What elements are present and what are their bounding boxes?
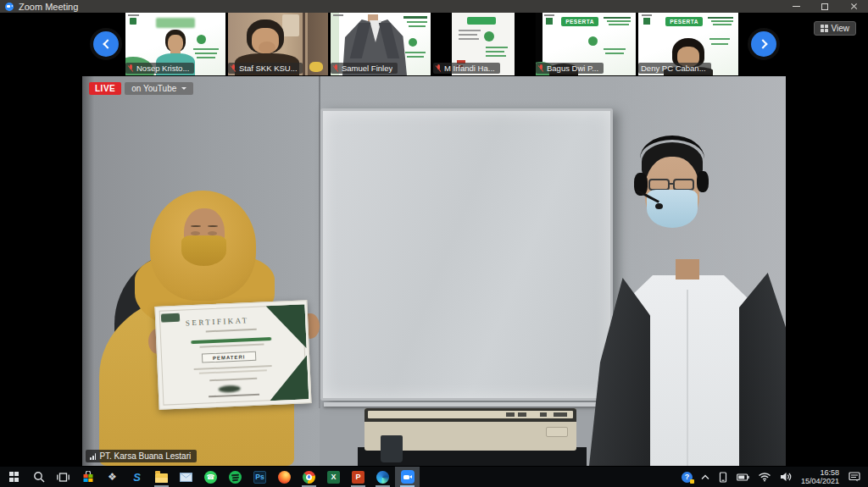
participant-tile[interactable]: PESERTA Bagus Dwi P... — [536, 13, 636, 75]
main-stage: SERTIFIKAT PEMATERI — [0, 75, 868, 467]
muted-mic-icon — [538, 64, 544, 73]
glasses-right-lens — [673, 179, 694, 191]
participant-tile[interactable]: Staf SKK KSU... — [228, 13, 328, 75]
wifi-tray-icon[interactable] — [754, 467, 776, 487]
taskbar-app-icons: ❖ S ☎ Ps X P — [0, 467, 420, 487]
volume-tray-icon[interactable] — [776, 467, 796, 487]
help-question-glyph: ? — [682, 472, 693, 483]
taskbar-clock[interactable]: 16:58 15/04/2021 — [796, 468, 844, 486]
peserta-badge: PESERTA — [561, 17, 598, 26]
powerpoint-p-glyph: P — [352, 471, 364, 484]
headset-mic — [655, 203, 663, 209]
participant-name: Samuel Finley — [342, 64, 392, 73]
woman-face-mask — [181, 235, 226, 266]
wall-shadow-edge — [82, 76, 94, 466]
excel-x-glyph: X — [327, 471, 340, 484]
battery-icon — [737, 473, 749, 481]
muted-mic-icon — [333, 64, 339, 73]
envelope-icon — [180, 473, 192, 482]
s-app-glyph: S — [133, 471, 141, 484]
task-view-button[interactable] — [51, 467, 75, 487]
tray-time: 16:58 — [801, 468, 839, 478]
peserta-badge: PESERTA — [665, 17, 703, 26]
photoshop-icon[interactable]: Ps — [248, 467, 272, 487]
next-participants-button[interactable] — [751, 31, 776, 57]
participant-name: Staf SKK KSU... — [239, 64, 298, 73]
caret-down-icon — [181, 87, 186, 90]
mail-icon[interactable] — [174, 467, 198, 487]
window-title: Zoom Meeting — [19, 2, 78, 12]
whatsapp-icon[interactable]: ☎ — [198, 467, 223, 487]
participant-name-label: M Irfandi Ha... — [433, 63, 500, 74]
participant-name: Bagus Dwi P... — [547, 64, 598, 73]
participant-name-label: Samuel Finley — [331, 63, 398, 74]
excel-icon[interactable]: X — [321, 467, 346, 487]
participant-tile[interactable]: Nosep Kristo... — [125, 13, 225, 75]
maximize-button[interactable] — [810, 0, 839, 13]
battery-tray-icon[interactable] — [732, 467, 754, 487]
main-video[interactable]: SERTIFIKAT PEMATERI — [82, 76, 786, 466]
headset-earcup-right — [697, 171, 709, 192]
stream-platform-label: on YouTube — [131, 84, 176, 93]
s-app-icon[interactable]: S — [125, 467, 149, 487]
wifi-icon — [758, 472, 771, 482]
powerpoint-icon[interactable]: P — [346, 467, 370, 487]
participant-tile[interactable]: PESERTA Deny PC Caban... — [638, 13, 738, 75]
participant-name: Nosep Kristo... — [136, 64, 189, 73]
file-explorer-icon[interactable] — [149, 467, 174, 487]
printer-dark-object — [381, 435, 403, 462]
view-button-label: View — [832, 24, 850, 33]
start-button[interactable] — [2, 467, 26, 487]
close-button[interactable] — [839, 0, 868, 13]
titlebar: Zoom Meeting — [0, 0, 868, 13]
participant-tile[interactable]: Samuel Finley — [331, 13, 431, 75]
edge-circle-icon — [376, 471, 389, 484]
participant-name: M Irfandi Ha... — [444, 64, 495, 73]
certificate: SERTIFIKAT PEMATERI — [154, 300, 311, 410]
action-center-button[interactable] — [844, 467, 865, 487]
zoom-camera-taskbar-icon — [401, 470, 415, 484]
chrome-circle-icon — [303, 471, 315, 484]
eyebrow — [191, 225, 201, 227]
view-button[interactable]: View — [814, 21, 857, 36]
participant-strip: Nosep Kristo... Staf SKK KSU... — [0, 13, 868, 75]
task-view-icon — [57, 472, 70, 483]
dropbox-icon[interactable]: ❖ — [100, 467, 125, 487]
photoshop-ps-glyph: Ps — [253, 471, 266, 484]
zoom-taskbar-icon[interactable] — [395, 467, 420, 487]
stream-status-row: LIVE on YouTube — [89, 82, 193, 95]
tray-date: 15/04/2021 — [801, 477, 839, 486]
device-sync-tray-icon[interactable] — [714, 467, 732, 487]
stream-platform-dropdown[interactable]: on YouTube — [125, 82, 193, 95]
close-icon — [850, 3, 858, 10]
participant-name-label: Deny PC Caban... — [638, 63, 711, 74]
minimize-icon — [793, 6, 800, 7]
windows-logo-icon — [9, 472, 19, 482]
firefox-icon[interactable] — [272, 467, 297, 487]
participant-tile[interactable]: M Irfandi Ha... — [433, 13, 533, 75]
shirt-placket — [687, 290, 688, 466]
maximize-icon — [821, 3, 828, 10]
search-button[interactable] — [26, 467, 51, 487]
spotify-circle-icon — [229, 471, 242, 484]
tray-overflow-chevron[interactable] — [697, 467, 714, 487]
edge-icon[interactable] — [370, 467, 395, 487]
printer-button — [518, 412, 526, 417]
system-tray: ? 16:58 15/04/2021 — [677, 467, 868, 487]
help-tray-icon[interactable]: ? — [677, 467, 697, 487]
chrome-icon[interactable] — [297, 467, 321, 487]
participant-name: Deny PC Caban... — [641, 64, 706, 73]
previous-participants-button[interactable] — [93, 31, 119, 57]
signal-strength-icon — [90, 453, 96, 460]
man-surgical-mask — [647, 190, 698, 228]
minimize-button[interactable] — [782, 0, 810, 13]
zoom-camera-icon — [5, 3, 14, 11]
firefox-circle-icon — [278, 471, 291, 484]
action-center-icon — [849, 472, 860, 482]
chevron-up-icon — [701, 474, 709, 480]
store-icon[interactable] — [75, 467, 100, 487]
folder-icon — [155, 473, 168, 483]
muted-mic-icon — [128, 64, 134, 73]
speaker-name-label: PT. Karsa Buana Lestari — [86, 450, 197, 462]
spotify-icon[interactable] — [223, 467, 248, 487]
